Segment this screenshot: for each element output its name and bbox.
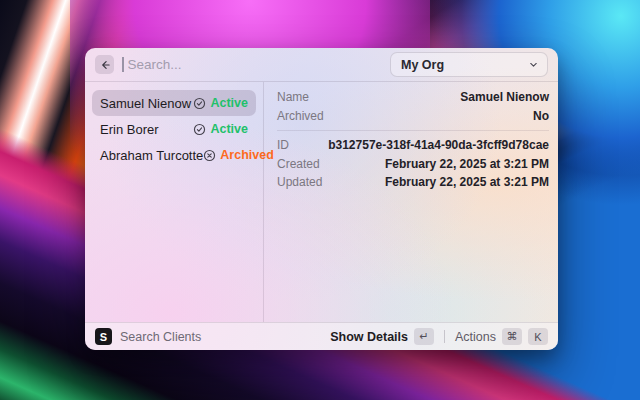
client-status: Active [193,96,248,110]
detail-value: Samuel Nienow [460,90,549,104]
footer-separator [444,330,445,343]
footer-app-label: Search Clients [120,330,201,344]
check-circle-icon [193,97,206,110]
detail-value: b312757e-318f-41a4-90da-3fcff9d78cae [328,138,549,152]
detail-label: Updated [277,175,322,189]
detail-label: Name [277,90,309,104]
window-content: Samuel Nienow Active Erin Borer Ac [85,82,558,322]
detail-row: ID b312757e-318f-41a4-90da-3fcff9d78cae [277,136,549,155]
k-key-badge: K [528,328,548,345]
actions-menu-button[interactable]: Actions ⌘ K [455,328,548,345]
org-dropdown[interactable]: My Org [390,52,548,77]
details-divider [277,130,549,131]
details-panel: Name Samuel Nienow Archived No ID b31275… [264,82,558,322]
detail-label: Archived [277,109,324,123]
x-circle-icon [203,149,216,162]
detail-label: ID [277,138,289,152]
return-key-badge: ↵ [414,328,434,345]
command-key-badge: ⌘ [502,328,522,345]
details-primary-group: Name Samuel Nienow Archived No [277,88,549,125]
app-icon-letter: S [100,331,107,343]
arrow-left-icon [99,59,111,71]
detail-value: No [533,109,549,123]
actions-label: Actions [455,330,496,344]
detail-row: Updated February 22, 2025 at 3:21 PM [277,173,549,192]
client-list-item[interactable]: Samuel Nienow Active [92,90,256,116]
footer-left: S Search Clients [95,328,201,345]
client-name: Samuel Nienow [100,96,191,111]
search-input[interactable] [126,56,391,73]
footer-right: Show Details ↵ Actions ⌘ K [330,328,548,345]
detail-row: Created February 22, 2025 at 3:21 PM [277,155,549,174]
detail-label: Created [277,157,320,171]
launcher-window: My Org Samuel Nienow Active Erin Borer [85,48,558,350]
client-list: Samuel Nienow Active Erin Borer Ac [85,82,263,322]
check-circle-icon [193,123,206,136]
client-name: Erin Borer [100,122,159,137]
show-details-action[interactable]: Show Details ↵ [330,328,434,345]
org-dropdown-value: My Org [401,58,444,72]
detail-row: Name Samuel Nienow [277,88,549,107]
desktop: My Org Samuel Nienow Active Erin Borer [0,0,640,400]
chevron-down-icon [528,59,539,70]
client-list-item[interactable]: Erin Borer Active [92,116,256,142]
detail-row: Archived No [277,107,549,126]
client-status-label: Active [210,122,248,136]
back-button[interactable] [95,55,114,74]
client-status-label: Active [210,96,248,110]
client-status: Active [193,122,248,136]
client-name: Abraham Turcotte [100,148,203,163]
details-secondary-group: ID b312757e-318f-41a4-90da-3fcff9d78cae … [277,136,549,192]
window-header: My Org [85,48,558,82]
window-footer: S Search Clients Show Details ↵ Actions … [85,322,558,350]
app-icon: S [95,328,112,345]
text-caret [122,57,124,72]
show-details-label: Show Details [330,330,408,344]
detail-value: February 22, 2025 at 3:21 PM [385,157,549,171]
detail-value: February 22, 2025 at 3:21 PM [385,175,549,189]
client-list-item[interactable]: Abraham Turcotte Archived [92,142,256,168]
